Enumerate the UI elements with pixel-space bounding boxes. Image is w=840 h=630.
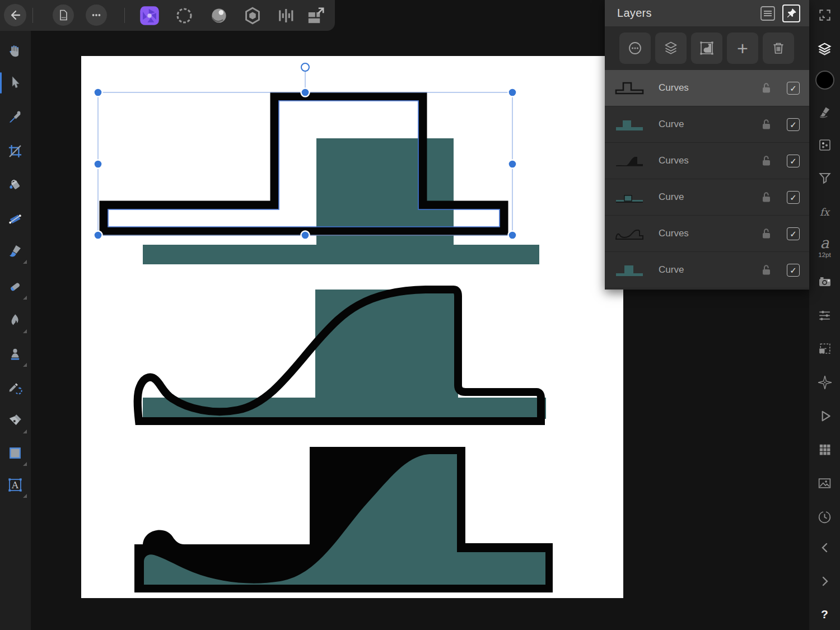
canvas-artwork: [81, 56, 623, 598]
document-menu-button[interactable]: [53, 4, 74, 26]
history-studio-button[interactable]: [809, 508, 840, 525]
flame-icon: [7, 312, 23, 328]
layer-thumbnail[interactable]: [614, 225, 645, 242]
tool-flyout-indicator: [23, 260, 27, 264]
media-studio-button[interactable]: [809, 475, 840, 492]
more-options-button[interactable]: [86, 4, 107, 26]
back-button[interactable]: [4, 4, 26, 26]
layer-visibility-checkbox[interactable]: ✓: [787, 118, 800, 131]
tool-flyout-indicator: [23, 363, 27, 367]
move-tool[interactable]: [6, 73, 25, 92]
erase-tool[interactable]: [6, 277, 25, 296]
layer-thumbnail[interactable]: [614, 116, 645, 133]
delete-layer-button[interactable]: [763, 32, 794, 64]
liquify-persona-button[interactable]: [174, 5, 195, 26]
photo-persona-button[interactable]: [139, 5, 160, 26]
text-studio-button[interactable]: a 12pt: [809, 234, 840, 260]
paint-brush-tool[interactable]: [6, 241, 25, 260]
view-hand-tool[interactable]: [6, 42, 25, 61]
add-layer-button[interactable]: +: [727, 32, 758, 64]
pen-nib-icon: [7, 413, 23, 428]
lock-open-icon[interactable]: [762, 228, 771, 239]
brush-icon: [818, 104, 832, 119]
eraser-icon: [7, 279, 23, 295]
export-persona-button[interactable]: [305, 5, 326, 26]
grid-studio-button[interactable]: [809, 441, 840, 458]
help-button[interactable]: ?: [809, 606, 840, 623]
figure-step-combined: [134, 447, 553, 592]
layer-visibility-checkbox[interactable]: ✓: [787, 264, 800, 277]
layer-options-button[interactable]: [619, 32, 651, 64]
layer-row[interactable]: Curve ✓: [605, 252, 809, 288]
panel-pin-button[interactable]: [782, 4, 800, 22]
document-icon: [57, 8, 70, 22]
document-canvas[interactable]: [81, 56, 623, 598]
collapse-left-button[interactable]: [809, 539, 840, 556]
filters-studio-button[interactable]: [809, 170, 840, 186]
layer-row[interactable]: Curves ✓: [605, 143, 809, 179]
adjustments-studio-button[interactable]: [809, 307, 840, 324]
mask-button[interactable]: [691, 32, 722, 64]
text-tool[interactable]: A: [6, 475, 25, 494]
lock-open-icon[interactable]: [762, 264, 771, 276]
checkmark-icon: ✓: [790, 229, 797, 239]
navigator-studio-button[interactable]: [809, 374, 840, 391]
crop-tool[interactable]: [6, 142, 25, 161]
layer-name: Curves: [659, 228, 689, 239]
layer-thumbnail[interactable]: [614, 189, 645, 206]
collapse-right-button[interactable]: [809, 573, 840, 590]
rectangle-tool[interactable]: [6, 444, 25, 463]
stock-studio-button[interactable]: [809, 273, 840, 290]
brushes-studio-button[interactable]: [809, 103, 840, 120]
layer-row[interactable]: Curves ✓: [605, 216, 809, 252]
plus-icon: +: [737, 38, 748, 59]
layer-name: Curve: [659, 119, 684, 130]
lock-open-icon[interactable]: [762, 155, 771, 166]
undo-brush-tool[interactable]: [6, 378, 25, 397]
layer-row[interactable]: Curve ✓: [605, 106, 809, 143]
teal-block-shape-2[interactable]: [315, 290, 458, 399]
layer-row[interactable]: Curve ✓: [605, 179, 809, 216]
layer-thumbnail[interactable]: [614, 152, 645, 169]
layer-visibility-checkbox[interactable]: ✓: [787, 82, 800, 95]
flood-fill-tool[interactable]: [6, 175, 25, 194]
clone-tool[interactable]: [6, 344, 25, 363]
blur-tool[interactable]: [6, 311, 25, 330]
frequency-separation-persona-button[interactable]: [274, 5, 296, 26]
panel-menu-button[interactable]: [759, 4, 777, 22]
layer-thumbnail[interactable]: [614, 80, 645, 96]
layer-visibility-checkbox[interactable]: ✓: [787, 155, 800, 167]
selection-studio-button[interactable]: [809, 340, 840, 357]
layer-visibility-checkbox[interactable]: ✓: [787, 191, 800, 204]
text-tool-icon: A: [7, 477, 23, 493]
layer-visibility-checkbox[interactable]: ✓: [787, 227, 800, 240]
ellipsis-icon: [90, 8, 103, 22]
layer-thumbnail[interactable]: [614, 262, 645, 278]
tool-flyout-indicator: [23, 462, 27, 466]
swatches-studio-button[interactable]: [809, 137, 840, 153]
lock-open-icon[interactable]: [762, 192, 771, 203]
develop-persona-button[interactable]: [208, 5, 230, 26]
transform-studio-button[interactable]: [809, 7, 840, 24]
color-picker-tool[interactable]: [6, 107, 25, 126]
lock-open-icon[interactable]: [762, 119, 771, 130]
rotation-handle[interactable]: [301, 63, 309, 71]
tone-mapping-persona-button[interactable]: [242, 5, 263, 26]
effects-studio-button[interactable]: fx: [809, 204, 840, 220]
pen-tool[interactable]: [6, 411, 25, 430]
layer-name: Curves: [659, 155, 689, 166]
liquify-persona-icon: [174, 6, 194, 26]
figure-step-smooth-outline: [138, 290, 546, 421]
pin-icon: [785, 7, 797, 20]
gradient-tool[interactable]: [6, 209, 25, 228]
teal-bar-shape[interactable]: [143, 245, 539, 264]
color-studio-button[interactable]: [809, 71, 840, 90]
layers-studio-button[interactable]: [809, 40, 840, 58]
merge-layers-button[interactable]: [655, 32, 687, 64]
layer-row[interactable]: Curves ✓: [605, 70, 809, 106]
figure-step-sharp: [94, 63, 540, 264]
play-studio-button[interactable]: [809, 408, 840, 424]
photo-persona-icon: [139, 6, 160, 26]
eyedropper-icon: [7, 109, 23, 124]
lock-open-icon[interactable]: [762, 82, 771, 94]
